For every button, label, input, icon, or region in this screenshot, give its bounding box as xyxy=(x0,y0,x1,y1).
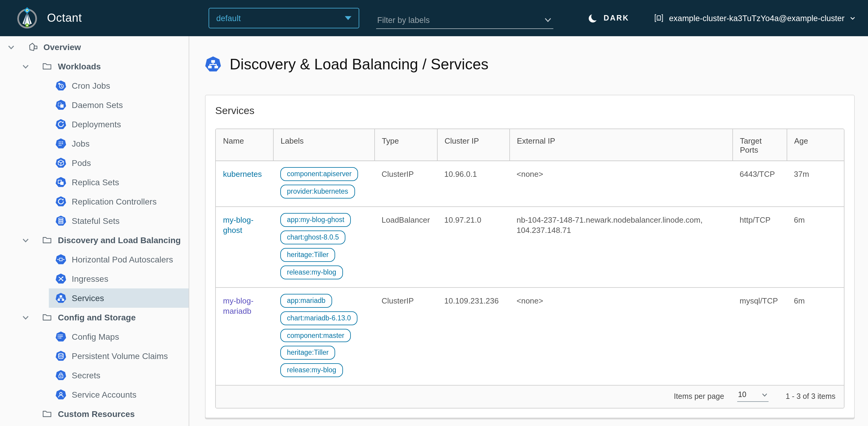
service-link-my-blog-mariadb[interactable]: my-blog-mariadb xyxy=(223,296,253,316)
sidebar: OverviewWorkloadsCron JobsDaemon SetsDep… xyxy=(0,36,189,426)
sidebar-item-ingresses[interactable]: Ingresses xyxy=(49,269,189,288)
table-row: kubernetes component:apiserverprovider:k… xyxy=(216,161,844,207)
sidebar-item-replica-sets[interactable]: Replica Sets xyxy=(49,173,189,192)
sidebar-item-horizontal-pod-autoscalers[interactable]: Horizontal Pod Autoscalers xyxy=(49,250,189,269)
service-link-my-blog-ghost[interactable]: my-blog-ghost xyxy=(223,216,253,235)
label-badge[interactable]: heritage:Tiller xyxy=(280,346,336,360)
serviceaccounts-icon xyxy=(56,389,67,400)
chevron-down-icon[interactable] xyxy=(544,16,552,24)
sidebar-item-label: Replica Sets xyxy=(72,177,119,187)
services-card: Services NameLabelsTypeCluster IPExterna… xyxy=(205,95,855,419)
deployments-icon xyxy=(56,119,67,130)
sidebar-item-stateful-sets[interactable]: Stateful Sets xyxy=(49,211,189,230)
label-badge[interactable]: release:my-blog xyxy=(280,265,343,279)
configmaps-icon xyxy=(56,331,67,342)
filter-input[interactable] xyxy=(377,13,544,26)
sidebar-item-label: Services xyxy=(72,293,104,303)
services-datagrid: NameLabelsTypeCluster IPExternal IPTarge… xyxy=(215,129,844,409)
cluster-menu[interactable]: example-cluster-ka3TuTzYo4a@example-clus… xyxy=(653,13,856,24)
pods-icon xyxy=(56,157,67,169)
items-per-page-value: 10 xyxy=(738,391,747,399)
sidebar-item-secrets[interactable]: Secrets xyxy=(49,366,189,385)
items-per-page-select[interactable]: 10 xyxy=(738,391,769,402)
page-title-row: Discovery & Load Balancing / Services xyxy=(205,56,855,73)
sidebar-item-daemon-sets[interactable]: Daemon Sets xyxy=(49,95,189,115)
chevron-down-icon xyxy=(762,392,768,398)
sidebar-item-persistent-volume-claims[interactable]: Persistent Volume Claims xyxy=(49,346,189,366)
sidebar-item-replication-controllers[interactable]: Replication Controllers xyxy=(49,192,189,211)
sidebar-item-workloads[interactable]: Workloads xyxy=(0,57,189,76)
label-badge[interactable]: chart:ghost-8.0.5 xyxy=(280,230,346,245)
chevron-down-icon[interactable] xyxy=(7,43,15,51)
sidebar-item-label: Secrets xyxy=(72,370,100,380)
sidebar-item-label: Daemon Sets xyxy=(72,100,123,110)
name-cell: my-blog-mariadb xyxy=(216,287,273,385)
sidebar-item-service-accounts[interactable]: Service Accounts xyxy=(49,385,189,404)
header-bar: Octant default DARK xyxy=(0,0,868,36)
namespace-selector[interactable]: default xyxy=(209,8,359,28)
items-per-page-label: Items per page xyxy=(674,392,724,401)
column-header-target-ports: Target Ports xyxy=(733,129,786,161)
chevron-down-icon[interactable] xyxy=(22,236,30,244)
labels-cell: app:mariadbchart:mariadb-6.13.0component… xyxy=(273,287,374,385)
chevron-down-icon[interactable] xyxy=(22,62,30,70)
services-icon xyxy=(56,292,67,304)
label-badge[interactable]: provider:kubernetes xyxy=(280,184,355,199)
age-cell: 6m xyxy=(786,287,844,385)
table-row: my-blog-mariadb app:mariadbchart:mariadb… xyxy=(216,287,844,385)
sidebar-item-label: Service Accounts xyxy=(72,390,136,399)
label-badge[interactable]: app:mariadb xyxy=(280,293,332,307)
cronjobs-icon xyxy=(56,80,67,91)
brand: Octant xyxy=(15,6,82,30)
replicationcontrollers-icon xyxy=(56,196,67,207)
pvc-icon xyxy=(56,350,67,362)
table-header-row: NameLabelsTypeCluster IPExternal IPTarge… xyxy=(216,129,844,161)
label-badge[interactable]: component:apiserver xyxy=(280,167,358,181)
chevron-down-icon[interactable] xyxy=(22,313,30,321)
replicasets-icon xyxy=(56,176,67,188)
sidebar-item-config-and-storage[interactable]: Config and Storage xyxy=(0,308,189,327)
target-ports-cell: http/TCP xyxy=(733,207,786,287)
sidebar-item-label: Persistent Volume Claims xyxy=(72,351,168,361)
sidebar-item-label: Stateful Sets xyxy=(72,216,120,226)
folder-icon xyxy=(41,61,53,72)
cluster-ip-cell: 10.96.0.1 xyxy=(437,161,509,207)
sidebar-item-label: Horizontal Pod Autoscalers xyxy=(72,255,173,264)
label-badge[interactable]: chart:mariadb-6.13.0 xyxy=(280,311,358,325)
sidebar-item-discovery-and-load-balancing[interactable]: Discovery and Load Balancing xyxy=(0,230,189,250)
label-badge[interactable]: component:master xyxy=(280,329,351,342)
sidebar-item-services[interactable]: Services xyxy=(49,288,189,308)
app-title: Octant xyxy=(47,11,82,25)
sidebar-item-label: Pods xyxy=(72,158,91,168)
sidebar-item-pods[interactable]: Pods xyxy=(49,153,189,173)
sidebar-item-label: Jobs xyxy=(72,139,90,148)
sidebar-item-overview[interactable]: Overview xyxy=(0,37,189,57)
external-ip-cell: <none> xyxy=(509,287,733,385)
label-filter xyxy=(376,13,553,29)
services-table: NameLabelsTypeCluster IPExternal IPTarge… xyxy=(216,129,844,385)
external-ip-cell: nb-104-237-148-71.newark.nodebalancer.li… xyxy=(509,207,733,287)
ingresses-icon xyxy=(56,273,67,284)
overview-icon xyxy=(27,41,38,53)
column-header-name: Name xyxy=(216,129,273,161)
sidebar-item-cron-jobs[interactable]: Cron Jobs xyxy=(49,76,189,95)
label-badge[interactable]: app:my-blog-ghost xyxy=(280,213,351,227)
chevron-down-icon xyxy=(849,15,856,22)
service-link-kubernetes[interactable]: kubernetes xyxy=(223,170,262,179)
label-badge[interactable]: release:my-blog xyxy=(280,364,343,377)
sidebar-item-jobs[interactable]: Jobs xyxy=(49,134,189,153)
sidebar-item-custom-resources[interactable]: Custom Resources xyxy=(0,404,189,424)
type-cell: ClusterIP xyxy=(374,161,437,207)
sidebar-item-label: Discovery and Load Balancing xyxy=(58,235,181,245)
target-ports-cell: mysql/TCP xyxy=(733,287,786,385)
sidebar-item-config-maps[interactable]: Config Maps xyxy=(49,327,189,346)
sidebar-item-label: Overview xyxy=(43,42,81,52)
sidebar-item-deployments[interactable]: Deployments xyxy=(49,115,189,134)
name-cell: my-blog-ghost xyxy=(216,207,273,287)
label-badge[interactable]: heritage:Tiller xyxy=(280,248,336,262)
type-cell: ClusterIP xyxy=(374,287,437,385)
theme-toggle-button[interactable]: DARK xyxy=(588,13,629,23)
type-cell: LoadBalancer xyxy=(374,207,437,287)
secrets-icon xyxy=(56,370,67,381)
cluster-name: example-cluster-ka3TuTzYo4a@example-clus… xyxy=(669,13,844,23)
